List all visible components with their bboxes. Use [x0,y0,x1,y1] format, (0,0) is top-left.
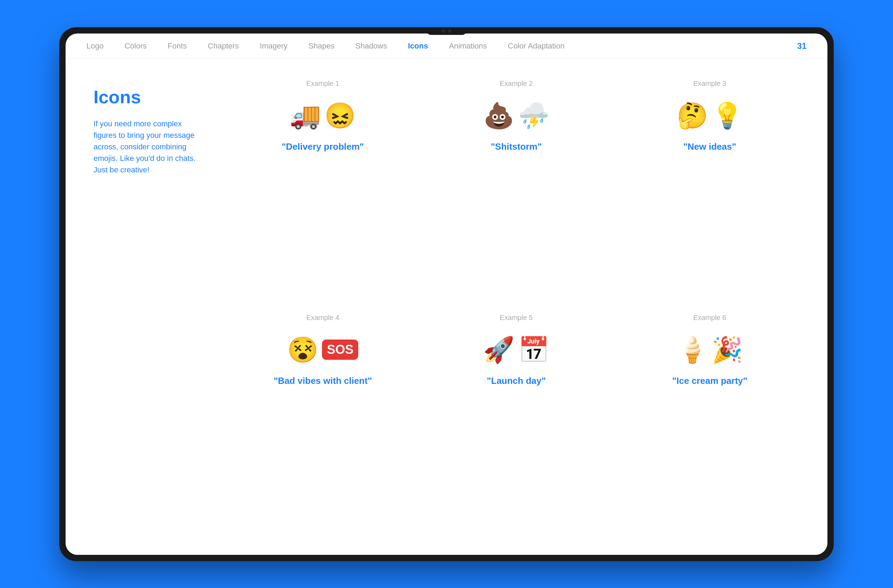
example-1-caption: "Delivery problem" [282,141,364,152]
emoji-calendar: 📅 [518,337,549,362]
example-label-6: Example 6 [693,314,726,322]
emoji-truck: 🚚 [290,103,321,128]
example-3-emojis: 🤔 💡 [677,98,743,133]
emoji-icecream: 🍦 [677,337,708,362]
example-label-1: Example 1 [306,80,340,87]
example-label-5: Example 5 [500,314,533,322]
emoji-rocket: 🚀 [483,337,514,362]
nav-shapes[interactable]: Shapes [308,42,335,51]
example-4-emojis: 😵 SOS [287,332,358,367]
example-card-1: Example 1 🚚 😖 "Delivery problem" [233,80,413,300]
emoji-frustrated: 😖 [325,103,356,128]
example-2-caption: "Shitstorm" [491,141,542,152]
page-number: 31 [797,41,806,51]
nav-color-adaptation[interactable]: Color Adaptation [508,42,565,51]
camera-left [442,29,445,33]
example-card-3: Example 3 🤔 💡 "New ideas" [620,80,800,300]
example-4-caption: "Bad vibes with client" [274,376,372,386]
emoji-thinking: 🤔 [677,103,708,128]
content-area: Icons If you need more complex figures t… [66,59,827,555]
example-6-emojis: 🍦 🎉 [677,332,743,367]
nav-logo[interactable]: Logo [87,42,104,51]
camera-right [448,29,451,33]
emoji-cloud-lightning: ⛈️ [518,103,549,128]
nav-chapters[interactable]: Chapters [208,42,239,51]
example-2-emojis: 💩 ⛈️ [483,98,549,133]
nav-bar: Logo Colors Fonts Chapters Imagery Shape… [66,33,827,59]
example-label-2: Example 2 [500,80,533,87]
example-card-6: Example 6 🍦 🎉 "Ice cream party" [620,314,800,534]
nav-shadows[interactable]: Shadows [355,42,387,51]
section-title: Icons [93,87,205,107]
device-notch [425,27,468,35]
example-label-4: Example 4 [306,314,340,322]
emoji-bulb: 💡 [712,103,743,128]
example-1-emojis: 🚚 😖 [290,98,356,133]
page-background: Logo Colors Fonts Chapters Imagery Shape… [0,0,893,588]
emoji-party: 🎉 [712,337,743,362]
example-label-3: Example 3 [693,80,726,87]
device-frame: Logo Colors Fonts Chapters Imagery Shape… [59,27,834,561]
emoji-poop: 💩 [483,103,514,128]
examples-grid: Example 1 🚚 😖 "Delivery problem" Example… [205,80,800,534]
nav-icons[interactable]: Icons [408,42,428,51]
example-card-4: Example 4 😵 SOS "Bad vibes with client" [233,314,413,534]
screen: Logo Colors Fonts Chapters Imagery Shape… [66,33,827,555]
nav-colors[interactable]: Colors [125,42,147,51]
example-card-5: Example 5 🚀 📅 "Launch day" [427,314,606,534]
nav-animations[interactable]: Animations [449,42,487,51]
example-5-emojis: 🚀 📅 [483,332,549,367]
example-3-caption: "New ideas" [683,141,737,152]
nav-imagery[interactable]: Imagery [260,42,287,51]
sidebar: Icons If you need more complex figures t… [93,80,205,534]
section-description: If you need more complex figures to brin… [93,118,205,176]
example-6-caption: "Ice cream party" [672,376,747,386]
sos-badge: SOS [322,340,358,360]
emoji-dizzy: 😵 [287,337,319,362]
example-card-2: Example 2 💩 ⛈️ "Shitstorm" [427,80,606,300]
example-5-caption: "Launch day" [487,376,546,386]
nav-fonts[interactable]: Fonts [168,42,187,51]
